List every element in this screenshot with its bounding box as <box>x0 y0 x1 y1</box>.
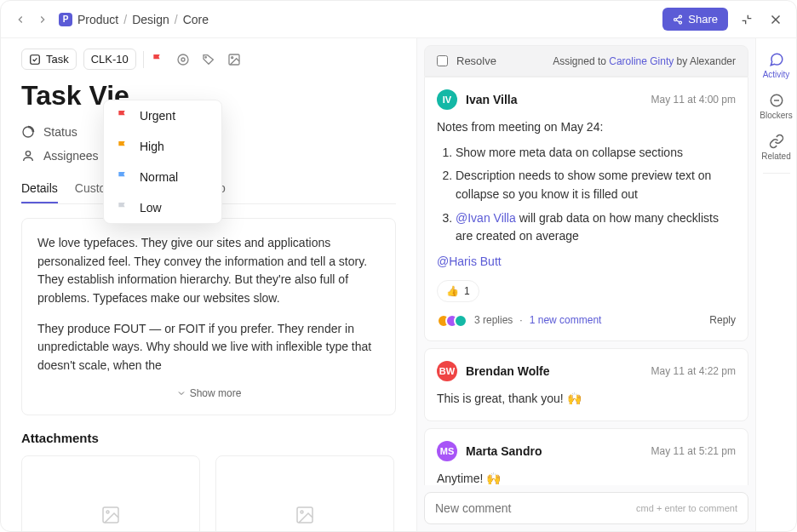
tag-icon[interactable] <box>202 53 215 66</box>
flag-icon <box>116 109 129 123</box>
replies-count[interactable]: 3 replies <box>474 312 513 329</box>
comment-author: Brendan Wolfe <box>466 364 550 378</box>
svg-point-18 <box>301 511 303 513</box>
comment-card: BW Brendan Wolfe May 11 at 4:22 pm This … <box>424 348 748 421</box>
new-comment-box[interactable]: cmd + enter to comment <box>424 492 748 524</box>
task-type-badge[interactable]: Task <box>21 49 77 70</box>
attachment-placeholder[interactable] <box>21 455 200 531</box>
priority-option-high[interactable]: High <box>104 131 221 162</box>
avatar: IV <box>437 89 457 110</box>
resolve-checkbox[interactable] <box>437 55 448 66</box>
sprint-icon[interactable] <box>176 53 190 66</box>
nav-forward-button[interactable] <box>33 10 52 29</box>
avatar: BW <box>437 361 457 381</box>
comment-author: Ivan Villa <box>466 93 517 106</box>
comment-author: Marta Sandro <box>466 444 542 458</box>
mention-link[interactable]: @Haris Butt <box>437 255 502 268</box>
flag-icon[interactable] <box>151 53 164 66</box>
svg-point-14 <box>26 152 30 156</box>
resolve-bar: Resolve Assigned to Caroline Ginty by Al… <box>424 45 748 77</box>
tab-custom[interactable]: Custo <box>75 174 106 203</box>
check-square-icon <box>29 54 41 66</box>
comment-list-item: Description needs to show some preview t… <box>456 167 736 203</box>
status-icon <box>21 125 35 139</box>
comment-text: This is great, thank you! 🙌 <box>437 390 736 409</box>
description-box: We love typefaces. They give our sites a… <box>21 218 396 415</box>
share-button[interactable]: Share <box>662 8 728 31</box>
svg-line-4 <box>677 17 679 19</box>
svg-point-12 <box>231 56 232 58</box>
priority-option-low[interactable]: Low <box>104 192 221 223</box>
project-badge: P <box>59 13 72 26</box>
comment-list-item: Show more meta data on collapse sections <box>456 144 736 163</box>
share-icon <box>673 14 683 25</box>
breadcrumb-item[interactable]: Design <box>132 13 169 26</box>
comment-card: MS Marta Sandro May 11 at 5:21 pm Anytim… <box>424 428 748 485</box>
priority-dropdown: Urgent High Normal Low <box>103 100 222 224</box>
comment-timestamp: May 11 at 5:21 pm <box>651 445 736 457</box>
breadcrumb-item[interactable]: Core <box>183 13 209 26</box>
svg-point-0 <box>679 15 682 18</box>
show-more-button[interactable]: Show more <box>37 387 380 399</box>
svg-point-8 <box>178 54 188 65</box>
attachment-placeholder[interactable] <box>215 455 394 531</box>
image-placeholder-icon <box>100 505 121 525</box>
breadcrumb: P Product / Design / Core <box>59 13 209 26</box>
rail-blockers[interactable]: Blockers <box>756 88 796 125</box>
link-icon <box>769 134 784 149</box>
priority-option-urgent[interactable]: Urgent <box>104 100 221 131</box>
keyboard-hint: cmd + enter to comment <box>636 503 737 513</box>
new-comment-badge[interactable]: 1 new comment <box>530 312 602 329</box>
resolve-label: Resolve <box>456 54 496 67</box>
flag-icon <box>116 170 129 184</box>
nav-back-button[interactable] <box>11 10 30 29</box>
breadcrumb-item[interactable]: Product <box>77 13 118 26</box>
blocker-icon <box>769 93 784 108</box>
svg-point-9 <box>181 58 185 61</box>
flag-icon <box>116 140 129 153</box>
thumbs-up-icon: 👍 <box>446 283 459 300</box>
reaction-button[interactable]: 👍 1 <box>437 280 479 303</box>
comment-icon <box>769 52 784 67</box>
svg-line-3 <box>677 20 679 21</box>
svg-point-16 <box>106 511 109 513</box>
collapse-icon[interactable] <box>737 9 757 30</box>
mention-link[interactable]: @Ivan Villa <box>456 211 516 225</box>
close-icon[interactable] <box>765 9 786 30</box>
new-comment-input[interactable] <box>435 501 636 515</box>
image-icon[interactable] <box>227 53 241 66</box>
assignee-link[interactable]: Caroline Ginty <box>609 55 674 67</box>
rail-related[interactable]: Related <box>756 129 796 166</box>
tab-details[interactable]: Details <box>21 174 58 203</box>
description-paragraph: We love typefaces. They give our sites a… <box>37 234 380 308</box>
reply-button[interactable]: Reply <box>709 312 736 329</box>
comment-list-item: @Ivan Villa will grab data on how many c… <box>456 209 736 246</box>
comment-timestamp: May 11 at 4:22 pm <box>651 365 736 377</box>
avatar: MS <box>437 441 457 461</box>
comment-text: Notes from meeting on May 24: <box>437 118 736 137</box>
description-paragraph: They produce FOUT — or FOIT if you prefe… <box>37 320 380 375</box>
avatar-stack <box>437 314 467 328</box>
svg-point-10 <box>205 56 206 57</box>
image-placeholder-icon <box>295 505 315 525</box>
svg-rect-7 <box>31 54 40 64</box>
task-id-badge[interactable]: CLK-10 <box>83 49 136 70</box>
flag-icon <box>116 201 129 215</box>
svg-point-1 <box>674 18 677 20</box>
comment-card: IV Ivan Villa May 11 at 4:00 pm Notes fr… <box>424 77 748 341</box>
chevron-down-icon <box>176 388 186 398</box>
comment-text: Anytime! 🙌 <box>437 470 736 485</box>
user-icon <box>21 149 35 163</box>
rail-activity[interactable]: Activity <box>756 47 796 84</box>
attachments-heading: Attachments <box>21 431 396 445</box>
assigned-to-text: Assigned to Caroline Ginty by Alexander <box>553 55 736 67</box>
svg-point-2 <box>679 21 682 24</box>
comment-timestamp: May 11 at 4:00 pm <box>651 94 736 106</box>
priority-option-normal[interactable]: Normal <box>104 162 221 192</box>
